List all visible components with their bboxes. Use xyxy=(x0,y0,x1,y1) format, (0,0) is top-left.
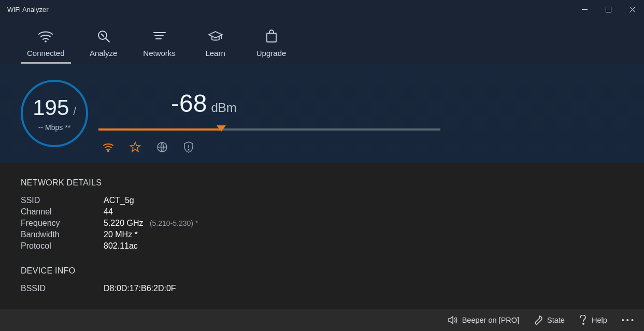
tab-analyze[interactable]: Analyze xyxy=(80,29,127,64)
details-panel: NETWORK DETAILS SSID ACT_5g Channel 44 F… xyxy=(0,163,644,329)
maximize-button[interactable] xyxy=(596,0,620,19)
magnify-icon xyxy=(97,29,110,44)
help-label: Help xyxy=(592,316,607,324)
ssid-key: SSID xyxy=(21,196,104,205)
tab-label: Upgrade xyxy=(256,49,287,57)
beeper-label: Beeper on [PRO] xyxy=(462,316,519,324)
device-info-heading: DEVICE INFO xyxy=(21,266,623,276)
svg-point-7 xyxy=(583,323,584,324)
help-button[interactable]: Help xyxy=(576,315,609,325)
toolbar: Connected Analyze Networks xyxy=(0,19,644,64)
bssid-key: BSSID xyxy=(21,284,104,293)
summary-panel: 195 / -- Mbps ** -68 dBm xyxy=(0,64,644,163)
device-info-grid: BSSID D8:0D:17:B6:2D:0F xyxy=(21,284,623,293)
more-button[interactable]: ••• xyxy=(619,316,641,324)
tab-learn[interactable]: Learn xyxy=(192,29,239,64)
graduation-cap-icon xyxy=(208,29,223,44)
window-controls xyxy=(573,0,644,19)
signal-bar-fill xyxy=(98,128,220,131)
channel-key: Channel xyxy=(21,207,104,217)
frequency-value-main: 5.220 GHz xyxy=(104,219,143,227)
close-button[interactable] xyxy=(620,0,644,19)
signal-bar-handle[interactable] xyxy=(217,125,226,132)
shield-icon[interactable] xyxy=(183,141,194,153)
tab-label: Analyze xyxy=(90,49,117,57)
beeper-status[interactable]: Beeper on [PRO] xyxy=(446,315,521,325)
tab-label: Connected xyxy=(27,49,65,57)
wifi-small-icon[interactable] xyxy=(103,142,114,152)
tab-networks[interactable]: Networks xyxy=(136,29,183,64)
minimize-button[interactable] xyxy=(573,0,596,19)
protocol-value: 802.11ac xyxy=(104,241,623,251)
svg-rect-0 xyxy=(606,7,611,12)
network-details-grid: SSID ACT_5g Channel 44 Frequency 5.220 G… xyxy=(21,196,623,251)
speaker-icon xyxy=(448,315,458,325)
signal-area: -68 dBm xyxy=(98,80,440,147)
signal-dbm-unit: dBm xyxy=(211,100,236,115)
tab-label: Learn xyxy=(205,49,225,57)
ssid-value: ACT_5g xyxy=(104,196,623,205)
titlebar: WiFi Analyzer xyxy=(0,0,644,19)
frequency-value-note: (5.210-5.230) * xyxy=(150,219,198,227)
window-title: WiFi Analyzer xyxy=(7,6,48,13)
shopping-bag-icon xyxy=(265,29,278,44)
globe-icon[interactable] xyxy=(156,141,168,153)
svg-point-1 xyxy=(45,40,47,42)
svg-point-6 xyxy=(188,149,189,150)
link-speed-sep: / xyxy=(73,106,76,118)
star-icon[interactable] xyxy=(130,141,141,153)
speed-ring: 195 / -- Mbps ** xyxy=(21,80,88,147)
frequency-value: 5.220 GHz (5.210-5.230) * xyxy=(104,219,623,228)
bssid-value: D8:0D:17:B6:2D:0F xyxy=(104,284,623,293)
svg-point-4 xyxy=(108,150,109,151)
network-details-heading: NETWORK DETAILS xyxy=(21,178,623,188)
state-button[interactable]: State xyxy=(531,315,567,325)
signal-bar-track xyxy=(98,128,440,131)
bandwidth-key: Bandwidth xyxy=(21,230,104,239)
tab-connected[interactable]: Connected xyxy=(21,29,71,64)
svg-rect-3 xyxy=(267,33,276,42)
mini-action-row xyxy=(103,141,194,153)
wifi-icon xyxy=(38,29,53,44)
state-label: State xyxy=(547,316,565,324)
channel-value: 44 xyxy=(104,207,623,217)
status-bar: Beeper on [PRO] State Help ••• xyxy=(0,309,644,331)
protocol-key: Protocol xyxy=(21,241,104,251)
frequency-key: Frequency xyxy=(21,219,104,228)
help-icon xyxy=(578,315,588,325)
link-speed-unit: -- Mbps ** xyxy=(38,123,70,132)
signal-dbm-value: -68 xyxy=(171,89,207,118)
list-icon xyxy=(153,29,166,44)
wrench-icon xyxy=(533,315,543,325)
tab-upgrade[interactable]: Upgrade xyxy=(248,29,295,64)
link-speed-value: 195 xyxy=(33,95,69,120)
bandwidth-value: 20 MHz * xyxy=(104,230,623,239)
tab-label: Networks xyxy=(143,49,176,57)
